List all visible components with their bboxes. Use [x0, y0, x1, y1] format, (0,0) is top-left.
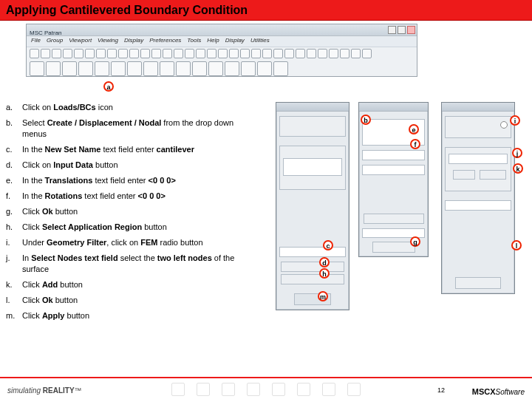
fem-dependent-data-button[interactable] [364, 214, 424, 224]
toolbar-button[interactable] [251, 49, 261, 58]
toolbar-button[interactable] [351, 49, 361, 58]
toolbar-button[interactable] [85, 49, 95, 58]
action-object-dropdowns[interactable] [279, 116, 346, 137]
menu-item[interactable]: Tools [187, 37, 201, 46]
loads-bcs-icon[interactable] [78, 61, 93, 76]
toolbar-button[interactable] [273, 49, 283, 58]
app-button[interactable] [127, 61, 142, 76]
instruction-label: e. [6, 175, 22, 186]
select-application-region-button[interactable] [281, 274, 344, 284]
menu-item[interactable]: Group [47, 37, 63, 46]
brand-x: X [490, 387, 495, 396]
menu-item[interactable]: Preferences [149, 37, 181, 46]
app-button[interactable] [160, 61, 174, 76]
marker-i: i [510, 115, 520, 126]
instruction-text: In the New Set Name text field enter can… [22, 144, 257, 155]
toolbar-button[interactable] [262, 49, 272, 58]
toolbar-button[interactable] [129, 49, 139, 58]
app-button[interactable] [257, 61, 272, 76]
instruction-text: Click Select Application Region button [22, 222, 257, 233]
instruction-text: In the Rotations text field enter <0 0 0… [22, 191, 257, 202]
toolbar-button[interactable] [63, 49, 72, 58]
toolbar-button[interactable] [107, 49, 117, 58]
toolbar-button[interactable] [185, 49, 194, 58]
instruction-row: c.In the New Set Name text field enter c… [6, 144, 257, 155]
geometry-filter-box [445, 116, 511, 138]
toolbar-button[interactable] [196, 49, 205, 58]
menu-item[interactable]: Utilities [250, 37, 270, 46]
footer-icon [347, 383, 361, 396]
toolbar-button[interactable] [74, 49, 83, 58]
app-button[interactable] [225, 61, 239, 76]
ok-button-app-region[interactable] [455, 277, 501, 289]
menu-item[interactable]: Viewport [69, 37, 92, 46]
toolbar-button[interactable] [329, 49, 338, 58]
menu-item[interactable]: Display [124, 37, 143, 46]
toolbar-button[interactable] [118, 49, 128, 58]
select-nodes-field[interactable] [449, 154, 508, 164]
menu-item[interactable]: Help [207, 37, 219, 46]
toolbar-button[interactable] [240, 49, 250, 58]
menu-item[interactable]: Viewing [98, 37, 118, 46]
app-button[interactable] [111, 61, 126, 76]
toolbar-button[interactable] [30, 49, 39, 58]
existing-sets-list[interactable] [283, 158, 342, 176]
current-load-case-box [279, 146, 346, 190]
marker-d: d [319, 257, 330, 267]
brand-left-bold: REALITY [43, 386, 75, 395]
toolbar-button[interactable] [96, 49, 106, 58]
instruction-text: Click Ok button [22, 206, 257, 217]
instruction-text: Select Create / Displacement / Nodal fro… [22, 117, 257, 140]
maximize-icon[interactable] [398, 26, 406, 34]
marker-k: k [513, 163, 523, 174]
toolbar-button[interactable] [151, 49, 161, 58]
app-button[interactable] [62, 61, 77, 76]
toolbar-button[interactable] [140, 49, 150, 58]
rotations-field[interactable] [362, 165, 425, 175]
app-button[interactable] [176, 61, 191, 76]
ok-button-input-data[interactable] [372, 242, 415, 253]
toolbar-button[interactable] [229, 49, 239, 58]
app-button[interactable] [192, 61, 207, 76]
menu-item[interactable]: Display [225, 37, 245, 46]
app-button[interactable] [95, 61, 109, 76]
instruction-row: b.Select Create / Displacement / Nodal f… [6, 117, 257, 140]
input-data-button[interactable] [281, 262, 344, 272]
app-button[interactable] [46, 61, 61, 76]
marker-f: f [410, 139, 420, 149]
instruction-label: m. [6, 310, 22, 321]
footer-icon [322, 383, 335, 396]
toolbar-button[interactable] [207, 49, 216, 58]
toolbar-button[interactable] [318, 49, 327, 58]
toolbar-button[interactable] [163, 49, 172, 58]
instruction-text: Click on Loads/BCs icon [22, 102, 257, 113]
menu-item[interactable]: File [31, 37, 41, 46]
instruction-label: g. [6, 206, 22, 217]
app-button[interactable] [273, 61, 288, 76]
toolbar-button[interactable] [52, 49, 61, 58]
instruction-text: Click Ok button [22, 295, 257, 306]
remove-button[interactable] [480, 170, 506, 180]
close-icon[interactable] [407, 26, 415, 34]
toolbar-button[interactable] [296, 49, 305, 58]
translations-field[interactable] [362, 150, 425, 160]
app-button[interactable] [30, 61, 44, 76]
toolbar-button[interactable] [174, 49, 183, 58]
toolbar-button[interactable] [284, 49, 294, 58]
minimize-icon[interactable] [388, 26, 396, 34]
footer-icon [272, 383, 285, 396]
radio-fem[interactable] [500, 121, 508, 129]
add-button[interactable] [453, 170, 475, 180]
application-region-field[interactable] [445, 200, 511, 211]
app-button[interactable] [208, 61, 223, 76]
new-set-name-field[interactable] [279, 247, 346, 257]
toolbar-button[interactable] [362, 49, 372, 58]
toolbar-button[interactable] [218, 49, 228, 58]
marker-m: m [318, 291, 328, 301]
toolbar-button[interactable] [307, 49, 316, 58]
marker-a: a [103, 81, 114, 92]
app-button[interactable] [143, 61, 158, 76]
toolbar-button[interactable] [340, 49, 349, 58]
app-button[interactable] [241, 61, 256, 76]
toolbar-button[interactable] [41, 49, 50, 58]
